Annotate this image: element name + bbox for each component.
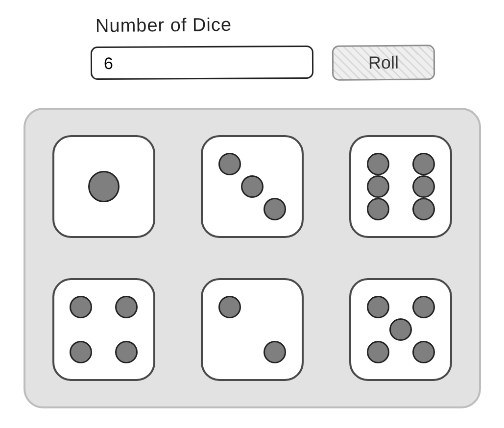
pip-icon	[264, 198, 286, 220]
pip-icon	[412, 175, 435, 198]
die-2	[201, 135, 304, 238]
pip-icon	[70, 341, 92, 363]
pip-icon	[412, 198, 435, 220]
die-1	[52, 135, 155, 238]
dice-count-label: Number of Dice	[96, 14, 232, 36]
roll-button[interactable]: Roll	[332, 45, 435, 80]
pip-icon	[367, 341, 389, 363]
pip-icon	[264, 341, 286, 363]
dice-count-input[interactable]	[91, 46, 313, 80]
pip-icon	[88, 171, 120, 202]
pip-icon	[367, 175, 389, 198]
die-6	[349, 278, 452, 381]
pip-icon	[367, 296, 389, 318]
pip-icon	[389, 318, 412, 341]
pip-icon	[70, 296, 92, 318]
pip-icon	[115, 296, 138, 318]
pip-icon	[367, 198, 389, 220]
dice-tray	[24, 108, 481, 408]
controls-row: Roll	[91, 45, 435, 80]
pip-icon	[115, 341, 138, 363]
pip-icon	[241, 175, 264, 198]
pip-icon	[412, 341, 435, 363]
die-5	[201, 278, 304, 381]
die-3	[349, 135, 452, 238]
pip-icon	[412, 153, 435, 175]
die-4	[52, 278, 155, 381]
pip-icon	[412, 296, 435, 318]
app-root: Number of Dice Roll	[0, 0, 504, 428]
pip-icon	[367, 153, 389, 175]
pip-icon	[218, 296, 241, 318]
pip-icon	[218, 153, 241, 175]
